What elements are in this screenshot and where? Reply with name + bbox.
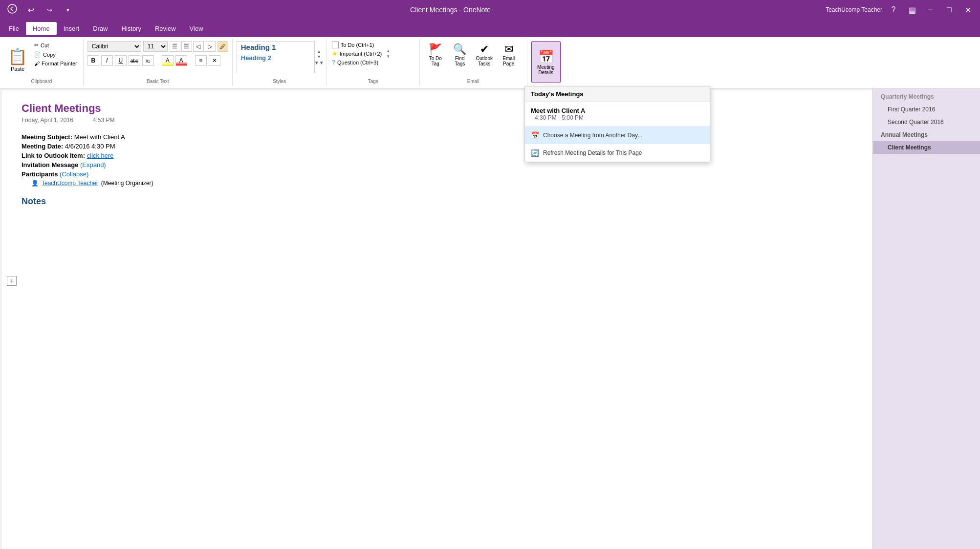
- sidebar-item-q1[interactable]: First Quarter 2016: [873, 103, 980, 116]
- format-row: B I U abc x₂ A A ≡ ✕: [87, 55, 228, 66]
- menu-draw[interactable]: Draw: [86, 22, 114, 35]
- meeting-details-button[interactable]: 📅 MeetingDetails: [531, 41, 561, 83]
- collapse-link[interactable]: (Collapse): [60, 170, 88, 178]
- paste-icon: 📋: [8, 47, 27, 66]
- menu-insert[interactable]: Insert: [57, 22, 87, 35]
- paste-button[interactable]: 📋 Paste: [4, 41, 31, 78]
- meeting-subject-label: Meeting Subject:: [22, 133, 72, 141]
- dropdown-meeting: Meet with Client A 4:30 PM - 5:00 PM: [525, 102, 710, 127]
- refresh-meeting-action[interactable]: 🔄 Refresh Meeting Details for This Page: [525, 144, 710, 162]
- menu-bar: File Home Insert Draw History Review Vie…: [0, 20, 980, 37]
- dropdown-meeting-time: 4:30 PM - 5:00 PM: [531, 114, 704, 121]
- sidebar-item-client[interactable]: Client Meetings: [873, 141, 980, 154]
- menu-home[interactable]: Home: [26, 22, 57, 35]
- basic-text-group: Calibri 11 ☰ ☰ ◁ ▷ 🖊 B I U: [84, 39, 233, 86]
- sidebar-item-quarterly[interactable]: Quarterly Meetings: [873, 90, 980, 103]
- indent-less-button[interactable]: ◁: [193, 41, 204, 52]
- align-button[interactable]: ≡: [195, 55, 207, 66]
- layout-button[interactable]: ▦: [905, 2, 919, 17]
- choose-meeting-action[interactable]: 📅 Choose a Meeting from Another Day...: [525, 127, 710, 144]
- meeting-group-label: [531, 83, 563, 84]
- todo-tag-label: To DoTag: [429, 56, 442, 66]
- email-label: Email: [424, 78, 523, 84]
- outlook-link[interactable]: click here: [87, 152, 114, 159]
- todo-checkbox: [332, 42, 339, 48]
- list-number-button[interactable]: ☰: [181, 41, 192, 52]
- right-sidebar: Quarterly Meetings First Quarter 2016 Se…: [872, 88, 980, 549]
- tags-label: Tags: [331, 78, 415, 84]
- font-color-button[interactable]: A: [175, 55, 187, 66]
- tags-scroll[interactable]: ▲ ▼: [385, 41, 392, 66]
- todo-tag[interactable]: To Do (Ctrl+1): [331, 41, 383, 49]
- format-painter-button[interactable]: 🖌 Format Painter: [32, 60, 79, 67]
- undo-button[interactable]: ↩: [23, 2, 38, 17]
- expand-link[interactable]: (Expand): [80, 161, 106, 169]
- find-tags-button[interactable]: 🔍 FindTags: [448, 41, 472, 68]
- menu-file[interactable]: File: [2, 22, 26, 35]
- sidebar-item-q2[interactable]: Second Quarter 2016: [873, 116, 980, 128]
- choose-meeting-icon: 📅: [531, 131, 539, 139]
- participants-line: Participants (Collapse): [22, 170, 853, 178]
- meeting-details-icon: 📅: [538, 49, 554, 64]
- important-label: Important (Ctrl+2): [340, 51, 382, 57]
- menu-review[interactable]: Review: [148, 22, 183, 35]
- styles-label: Styles: [237, 78, 323, 84]
- window-title: Client Meetings - OneNote: [75, 6, 826, 14]
- participants-label: Participants: [22, 170, 58, 178]
- question-tag[interactable]: ? Question (Ctrl+3): [331, 58, 383, 66]
- refresh-icon: 🔄: [531, 149, 539, 157]
- find-tags-icon: 🔍: [453, 43, 466, 56]
- quick-access-dropdown[interactable]: ▼: [61, 2, 75, 17]
- copy-button[interactable]: 📄 Copy: [32, 50, 79, 59]
- bold-button[interactable]: B: [87, 55, 99, 66]
- basic-text-label: Basic Text: [87, 78, 228, 84]
- paste-label: Paste: [11, 66, 24, 72]
- highlight-button[interactable]: A: [162, 55, 174, 66]
- styles-scroll[interactable]: ▲ ▼ ▼▼: [316, 41, 323, 73]
- dropdown-panel: Today's Meetings Meet with Client A 4:30…: [524, 86, 710, 162]
- choose-meeting-label: Choose a Meeting from Another Day...: [543, 132, 642, 139]
- meeting-group: 📅 MeetingDetails: [527, 39, 566, 86]
- redo-button[interactable]: ↪: [42, 2, 57, 17]
- add-section-button[interactable]: +: [7, 276, 17, 286]
- maximize-button[interactable]: □: [942, 2, 957, 17]
- format-painter-icon: 🖌: [34, 61, 40, 66]
- heading2-style[interactable]: Heading 2: [237, 53, 314, 63]
- subscript-button[interactable]: x₂: [142, 55, 154, 66]
- dropdown-meeting-title: Meet with Client A: [531, 107, 704, 114]
- menu-history[interactable]: History: [115, 22, 148, 35]
- list-bullet-button[interactable]: ☰: [170, 41, 180, 52]
- ribbon: 📋 Paste ✂ Cut 📄 Copy 🖌 Format Painter: [0, 37, 980, 88]
- tags-list: To Do (Ctrl+1) ★ Important (Ctrl+2) ? Qu…: [331, 41, 383, 66]
- underline-button[interactable]: U: [115, 55, 127, 66]
- italic-button[interactable]: I: [101, 55, 113, 66]
- styles-box: Heading 1 Heading 2: [237, 41, 315, 73]
- strikethrough-button[interactable]: abc: [129, 55, 140, 66]
- clear-format-button[interactable]: ✕: [209, 55, 220, 66]
- font-family-select[interactable]: Calibri: [87, 41, 141, 52]
- todo-tag-button[interactable]: 🚩 To DoTag: [424, 41, 447, 68]
- minimize-button[interactable]: ─: [923, 2, 938, 17]
- star-icon: ★: [332, 50, 338, 57]
- help-button[interactable]: ?: [886, 2, 901, 17]
- indent-more-button[interactable]: ▷: [205, 41, 216, 52]
- sidebar-item-annual[interactable]: Annual Meetings: [873, 128, 980, 141]
- dropdown-header: Today's Meetings: [525, 86, 710, 102]
- font-size-select[interactable]: 11: [143, 41, 168, 52]
- tags-group: To Do (Ctrl+1) ★ Important (Ctrl+2) ? Qu…: [327, 39, 420, 86]
- outlook-tasks-button[interactable]: ✔ OutlookTasks: [473, 41, 496, 68]
- participant-name[interactable]: TeachUcomp Teacher: [42, 180, 98, 187]
- meeting-info: Meeting Subject: Meet with Client A Meet…: [22, 133, 853, 187]
- close-button[interactable]: ✕: [960, 2, 975, 17]
- important-tag[interactable]: ★ Important (Ctrl+2): [331, 49, 383, 58]
- user-name: TeachUcomp Teacher: [826, 6, 882, 13]
- menu-view[interactable]: View: [183, 22, 210, 35]
- email-page-button[interactable]: ✉ EmailPage: [497, 41, 521, 68]
- eraser-button[interactable]: 🖊: [218, 41, 228, 52]
- todo-tag-icon: 🚩: [429, 43, 442, 56]
- cut-button[interactable]: ✂ Cut: [32, 41, 79, 49]
- participant-icon: 👤: [31, 180, 39, 187]
- heading1-style[interactable]: Heading 1: [237, 42, 314, 53]
- back-button[interactable]: [5, 2, 20, 17]
- cut-label: Cut: [41, 42, 49, 48]
